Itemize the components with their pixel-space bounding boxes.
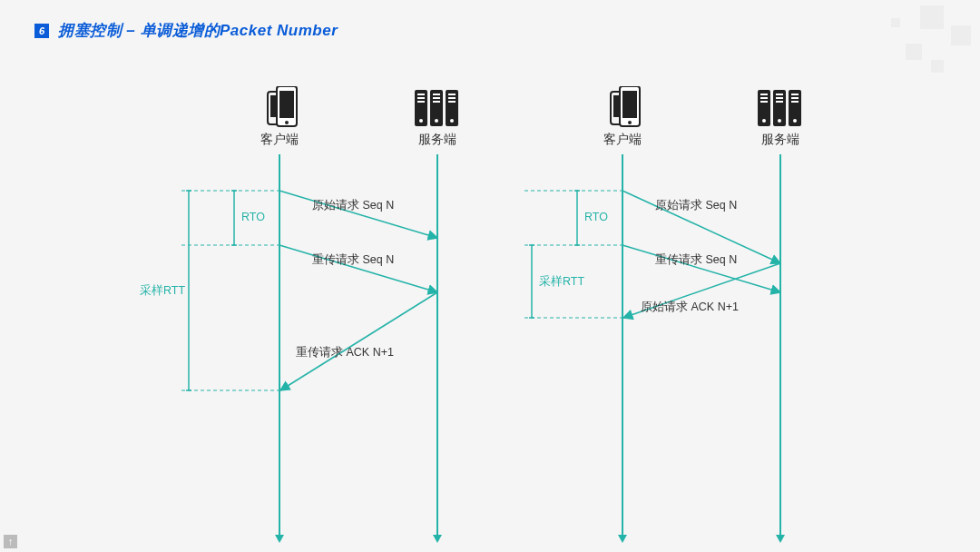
rto-label-left: RTO (241, 211, 265, 223)
server-label-right: 服务端 (761, 132, 799, 148)
message-arrows (0, 82, 980, 536)
rto-label-right: RTO (584, 211, 608, 223)
sequence-diagram: 客户端 服务端 客户端 (0, 82, 980, 536)
svg-rect-36 (791, 101, 799, 103)
server-icon (758, 86, 803, 132)
footer-mark: ↑ (4, 535, 17, 548)
svg-point-17 (419, 119, 423, 123)
svg-rect-13 (433, 101, 440, 103)
svg-rect-9 (417, 97, 425, 99)
svg-point-18 (435, 119, 438, 123)
retrans-ack-left: 重传请求 ACK N+1 (296, 345, 394, 360)
retrans-req-left: 重传请求 Seq N (312, 252, 394, 268)
svg-point-39 (793, 119, 797, 123)
svg-point-24 (628, 121, 632, 124)
svg-rect-12 (433, 97, 440, 99)
lifeline-client-left (279, 154, 280, 536)
svg-rect-33 (776, 101, 783, 103)
lifeline-server-left (436, 154, 438, 536)
client-label-left: 客户端 (260, 132, 299, 148)
svg-rect-23 (622, 91, 637, 118)
rtt-label-left: 采样RTT (140, 283, 185, 299)
corner-decoration (871, 0, 980, 82)
svg-rect-16 (448, 101, 456, 103)
svg-rect-8 (417, 94, 425, 95)
svg-point-38 (778, 119, 781, 123)
orig-ack-right: 原始请求 ACK N+1 (641, 300, 739, 315)
retrans-req-right: 重传请求 Seq N (655, 252, 737, 268)
phone-icon (603, 86, 642, 132)
svg-rect-3 (279, 91, 294, 118)
svg-rect-28 (760, 94, 768, 95)
svg-rect-10 (417, 101, 425, 103)
svg-line-51 (280, 292, 437, 390)
slide-number: 6 (34, 24, 49, 38)
svg-rect-14 (448, 94, 456, 95)
orig-req-left: 原始请求 Seq N (312, 198, 394, 213)
server-icon (415, 86, 460, 132)
svg-rect-31 (776, 94, 783, 95)
svg-point-19 (450, 119, 454, 123)
phone-icon (260, 86, 299, 132)
header: 6 拥塞控制 – 单调递增的Packet Number (0, 0, 980, 41)
rtt-label-right: 采样RTT (539, 274, 584, 290)
svg-rect-15 (448, 97, 456, 99)
server-label-left: 服务端 (418, 132, 456, 148)
svg-point-37 (762, 119, 766, 123)
orig-req-right: 原始请求 Seq N (655, 198, 737, 213)
lifeline-server-right (779, 154, 781, 536)
lifeline-client-right (622, 154, 623, 536)
svg-rect-35 (791, 97, 799, 99)
svg-rect-29 (760, 97, 768, 99)
svg-rect-11 (433, 94, 440, 95)
svg-point-4 (285, 121, 289, 124)
client-label-right: 客户端 (603, 132, 642, 148)
svg-rect-34 (791, 94, 799, 95)
svg-rect-32 (776, 97, 783, 99)
page-title: 拥塞控制 – 单调递增的Packet Number (58, 20, 338, 41)
svg-rect-30 (760, 101, 768, 103)
